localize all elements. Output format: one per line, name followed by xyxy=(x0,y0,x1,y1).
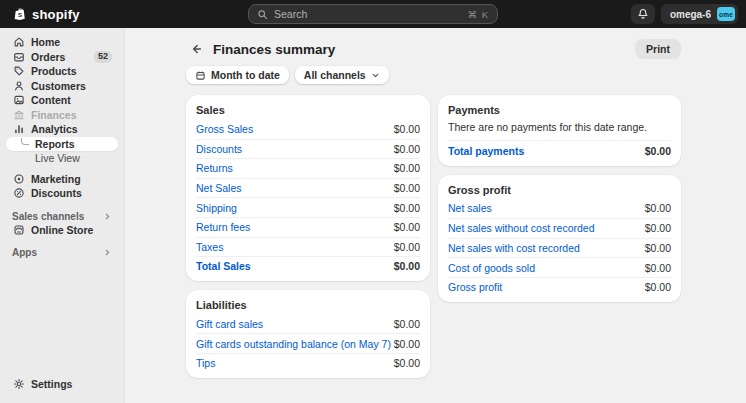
global-search-input[interactable]: Search ⌘ K xyxy=(248,4,498,24)
date-range-filter[interactable]: Month to date xyxy=(186,66,289,84)
sales-card: Sales Gross Sales$0.00 Discounts$0.00 Re… xyxy=(186,95,430,281)
sidebar-item-label: Home xyxy=(31,36,60,48)
finance-row: Net sales$0.00 xyxy=(448,199,671,219)
sidebar-item-label: Orders xyxy=(31,51,65,63)
sidebar-section-apps[interactable]: Apps xyxy=(6,246,118,259)
sidebar-item-live-view[interactable]: Live View xyxy=(6,151,118,166)
sidebar-item-marketing[interactable]: Marketing xyxy=(6,172,118,187)
finance-row-value: $0.00 xyxy=(394,338,420,350)
finance-row-link[interactable]: Returns xyxy=(196,162,233,174)
finance-row-value: $0.00 xyxy=(394,162,420,174)
gross-profit-card: Gross profit Net sales$0.00 Net sales wi… xyxy=(438,175,681,302)
finance-row-link[interactable]: Net sales without cost recorded xyxy=(448,222,595,234)
finances-icon xyxy=(12,108,25,121)
finance-row: Gross profit$0.00 xyxy=(448,277,671,297)
finance-row-link[interactable]: Gift card sales xyxy=(196,318,263,330)
sidebar-item-analytics[interactable]: Analytics xyxy=(6,122,118,137)
section-label: Apps xyxy=(12,247,37,258)
sidebar-item-label: Content xyxy=(31,94,71,106)
sidebar-item-label: Live View xyxy=(35,152,80,164)
finance-row-link[interactable]: Cost of goods sold xyxy=(448,262,535,274)
home-icon xyxy=(12,36,25,49)
store-menu[interactable]: omega-6 ome xyxy=(661,4,738,24)
sidebar-item-label: Finances xyxy=(31,109,77,121)
analytics-icon xyxy=(12,123,25,136)
sidebar-item-label: Marketing xyxy=(31,173,81,185)
section-label: Sales channels xyxy=(12,211,84,222)
search-shortcut: ⌘ K xyxy=(468,9,489,20)
right-column: Payments There are no payments for this … xyxy=(438,95,681,302)
finance-row-link[interactable]: Return fees xyxy=(196,221,250,233)
sidebar-section-sales-channels[interactable]: Sales channels xyxy=(6,210,118,223)
finance-row: Net sales without cost recorded$0.00 xyxy=(448,218,671,238)
sidebar-item-label: Reports xyxy=(35,138,75,150)
finance-row-value: $0.00 xyxy=(394,357,420,369)
finance-row-link[interactable]: Gift cards outstanding balance (on May 7… xyxy=(196,338,391,350)
liabilities-card: Liabilities Gift card sales$0.00 Gift ca… xyxy=(186,290,430,378)
finance-row-value: $0.00 xyxy=(645,262,671,274)
notifications-button[interactable] xyxy=(631,4,655,24)
arrow-left-icon xyxy=(189,42,203,56)
sidebar-item-settings[interactable]: Settings xyxy=(6,377,118,392)
shopify-bag-icon: S xyxy=(12,6,27,22)
sidebar-item-home[interactable]: Home xyxy=(6,35,118,50)
sidebar-item-reports[interactable]: Reports xyxy=(6,137,118,152)
back-button[interactable] xyxy=(186,39,206,59)
sidebar-item-label: Customers xyxy=(31,80,86,92)
finance-row-link[interactable]: Gross profit xyxy=(448,281,502,293)
finance-row: Discounts$0.00 xyxy=(196,139,420,159)
finance-row-value: $0.00 xyxy=(394,123,420,135)
store-name: omega-6 xyxy=(670,9,711,20)
finance-row-link[interactable]: Total Sales xyxy=(196,260,251,272)
finance-row-total: Total payments$0.00 xyxy=(448,141,671,161)
finance-row: Taxes$0.00 xyxy=(196,237,420,257)
sidebar-item-customers[interactable]: Customers xyxy=(6,79,118,94)
finance-row-link[interactable]: Total payments xyxy=(448,145,524,157)
orders-count-badge: 52 xyxy=(94,51,112,63)
card-title: Sales xyxy=(196,104,420,119)
print-button[interactable]: Print xyxy=(635,39,681,59)
channel-filter[interactable]: All channels xyxy=(295,66,389,84)
sidebar-item-label: Online Store xyxy=(31,224,93,236)
topbar: S shopify Search ⌘ K omega-6 ome xyxy=(0,0,746,28)
sidebar-item-finances[interactable]: Finances xyxy=(6,108,118,123)
sidebar-item-products[interactable]: Products xyxy=(6,64,118,79)
shopify-logo[interactable]: S shopify xyxy=(8,6,80,22)
marketing-icon xyxy=(12,172,25,185)
card-title: Gross profit xyxy=(448,184,671,199)
finance-row-value: $0.00 xyxy=(645,281,671,293)
finance-row-value: $0.00 xyxy=(645,242,671,254)
finance-row-value: $0.00 xyxy=(394,318,420,330)
finance-row-link[interactable]: Gross Sales xyxy=(196,123,253,135)
tree-connector-icon xyxy=(21,138,29,145)
chevron-right-icon xyxy=(103,248,112,257)
discounts-icon xyxy=(12,187,25,200)
payments-empty-message: There are no payments for this date rang… xyxy=(448,119,671,141)
sidebar-item-content[interactable]: Content xyxy=(6,93,118,108)
finance-row-link[interactable]: Tips xyxy=(196,357,215,369)
chevron-down-icon xyxy=(371,71,380,80)
search-icon xyxy=(257,9,268,20)
gear-icon xyxy=(12,377,25,390)
finance-row: Returns$0.00 xyxy=(196,158,420,178)
finance-row-link[interactable]: Taxes xyxy=(196,241,223,253)
finance-row-value: $0.00 xyxy=(394,241,420,253)
sidebar-item-label: Analytics xyxy=(31,123,78,135)
finance-row-link[interactable]: Net sales xyxy=(448,202,492,214)
sidebar: Home Orders 52 Products Customers xyxy=(0,28,125,403)
sidebar-item-orders[interactable]: Orders 52 xyxy=(6,50,118,65)
finance-row-link[interactable]: Net sales with cost recorded xyxy=(448,242,580,254)
finance-row-value: $0.00 xyxy=(394,143,420,155)
payments-card: Payments There are no payments for this … xyxy=(438,95,681,166)
customers-icon xyxy=(12,79,25,92)
finance-row-link[interactable]: Discounts xyxy=(196,143,242,155)
sidebar-item-label: Products xyxy=(31,65,77,77)
finance-row-link[interactable]: Shipping xyxy=(196,202,237,214)
finance-row-value: $0.00 xyxy=(394,202,420,214)
products-icon xyxy=(12,65,25,78)
finance-row: Gift cards outstanding balance (on May 7… xyxy=(196,333,420,353)
online-store-icon xyxy=(12,223,25,236)
sidebar-item-discounts[interactable]: Discounts xyxy=(6,186,118,201)
finance-row-link[interactable]: Net Sales xyxy=(196,182,242,194)
sidebar-item-online-store[interactable]: Online Store xyxy=(6,223,118,238)
